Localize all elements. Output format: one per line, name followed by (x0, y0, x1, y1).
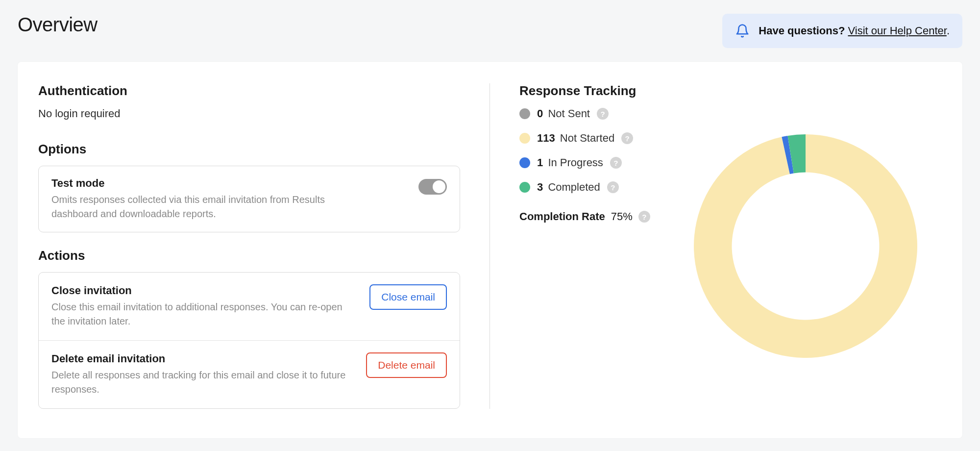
delete-invitation-row: Delete email invitation Delete all respo… (39, 340, 460, 408)
right-column: Response Tracking 0 Not Sent?113 Not Sta… (490, 83, 942, 409)
delete-invitation-description: Delete all responses and tracking for th… (51, 368, 354, 397)
response-tracking-title: Response Tracking (519, 83, 650, 99)
delete-invitation-label: Delete email invitation (51, 352, 354, 365)
toggle-knob (433, 180, 445, 193)
completion-rate-value: 75% (611, 210, 633, 223)
tracking-label: Not Sent (548, 107, 590, 120)
completion-rate-label: Completion Rate (519, 210, 605, 223)
test-mode-toggle[interactable] (418, 179, 447, 195)
tracking-info: Response Tracking 0 Not Sent?113 Not Sta… (519, 83, 650, 409)
help-text: Have questions? Visit our Help Center. (759, 25, 950, 37)
left-column: Authentication No login required Options… (38, 83, 490, 409)
tracking-count: 1 (537, 156, 543, 169)
tracking-item: 113 Not Started? (519, 132, 650, 145)
tracking-label: Completed (548, 181, 600, 193)
options-title: Options (38, 142, 460, 157)
help-icon[interactable]: ? (610, 157, 622, 169)
actions-list: Close invitation Close this email invita… (38, 272, 460, 409)
help-icon[interactable]: ? (607, 181, 619, 193)
help-prompt: Have questions? (759, 25, 845, 37)
help-banner: Have questions? Visit our Help Center. (722, 14, 962, 48)
bell-icon (735, 24, 750, 38)
actions-title: Actions (38, 248, 460, 263)
overview-card: Authentication No login required Options… (18, 62, 962, 438)
tracking-label: Not Started (560, 132, 614, 144)
help-icon[interactable]: ? (621, 132, 633, 144)
test-mode-label: Test mode (51, 177, 365, 190)
completion-rate-row: Completion Rate 75% ? (519, 210, 650, 223)
tracking-item: 0 Not Sent? (519, 107, 650, 120)
tracking-count: 0 (537, 107, 543, 120)
status-dot (519, 157, 530, 168)
help-trailing: . (947, 25, 950, 37)
status-dot (519, 182, 530, 193)
status-dot (519, 133, 530, 144)
tracking-label: In Progress (548, 156, 603, 169)
help-icon[interactable]: ? (638, 211, 650, 223)
tracking-count: 3 (537, 181, 543, 193)
close-invitation-description: Close this email invitation to additiona… (51, 300, 358, 328)
test-mode-description: Omits responses collected via this email… (51, 193, 365, 221)
authentication-title: Authentication (38, 83, 460, 99)
help-center-link[interactable]: Visit our Help Center (848, 25, 947, 37)
authentication-status: No login required (38, 107, 460, 120)
tracking-item: 3 Completed? (519, 181, 650, 194)
help-icon[interactable]: ? (597, 108, 609, 120)
tracking-count: 113 (537, 132, 555, 144)
donut-chart (688, 128, 923, 364)
page-title: Overview (18, 14, 98, 36)
tracking-item: 1 In Progress? (519, 156, 650, 169)
donut-chart-container (670, 83, 942, 409)
close-invitation-row: Close invitation Close this email invita… (39, 273, 460, 340)
close-email-button[interactable]: Close email (369, 284, 447, 310)
delete-email-button[interactable]: Delete email (366, 352, 447, 378)
status-dot (519, 108, 530, 119)
test-mode-option: Test mode Omits responses collected via … (38, 166, 460, 232)
close-invitation-label: Close invitation (51, 284, 358, 297)
